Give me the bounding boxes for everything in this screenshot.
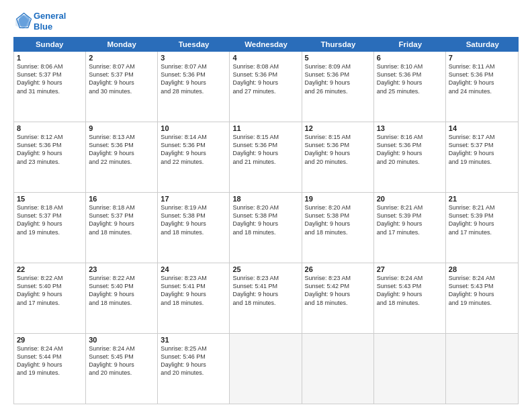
calendar-cell: 11Sunrise: 8:15 AMSunset: 5:36 PMDayligh… xyxy=(230,122,302,192)
sunrise-text: Sunrise: 8:07 AM xyxy=(161,62,226,71)
calendar-cell: 13Sunrise: 8:16 AMSunset: 5:36 PMDayligh… xyxy=(374,122,446,192)
calendar-cell: 21Sunrise: 8:21 AMSunset: 5:39 PMDayligh… xyxy=(446,193,518,263)
daylight-text2: and 31 minutes. xyxy=(17,87,83,95)
daylight-text: Daylight: 9 hours xyxy=(449,79,515,87)
daylight-text: Daylight: 9 hours xyxy=(305,220,371,228)
daylight-text: Daylight: 9 hours xyxy=(89,290,154,298)
sunrise-text: Sunrise: 8:24 AM xyxy=(89,345,154,353)
calendar-cell: 9Sunrise: 8:13 AMSunset: 5:36 PMDaylight… xyxy=(86,122,158,192)
sunset-text: Sunset: 5:36 PM xyxy=(17,141,83,149)
daylight-text: Daylight: 9 hours xyxy=(232,149,298,157)
daylight-text2: and 18 minutes. xyxy=(232,228,298,236)
daylight-text: Daylight: 9 hours xyxy=(232,220,298,228)
daylight-text2: and 19 minutes. xyxy=(17,369,83,377)
day-number: 21 xyxy=(449,195,515,203)
daylight-text2: and 20 minutes. xyxy=(305,158,371,166)
sunset-text: Sunset: 5:41 PM xyxy=(161,282,226,290)
day-number: 7 xyxy=(449,54,515,62)
sunrise-text: Sunrise: 8:16 AM xyxy=(377,133,443,141)
daylight-text: Daylight: 9 hours xyxy=(17,361,83,369)
calendar-week: 1Sunrise: 8:06 AMSunset: 5:37 PMDaylight… xyxy=(14,52,518,122)
daylight-text: Daylight: 9 hours xyxy=(305,290,371,298)
daylight-text2: and 18 minutes. xyxy=(377,299,443,307)
logo-text: General Blue xyxy=(34,11,66,32)
day-number: 28 xyxy=(449,265,515,273)
sunrise-text: Sunrise: 8:25 AM xyxy=(161,345,226,353)
sunrise-text: Sunrise: 8:13 AM xyxy=(89,133,154,141)
sunrise-text: Sunrise: 8:19 AM xyxy=(161,203,226,212)
calendar-body: 1Sunrise: 8:06 AMSunset: 5:37 PMDaylight… xyxy=(13,52,519,404)
daylight-text2: and 19 minutes. xyxy=(17,228,83,236)
weekday-header: Wednesday xyxy=(230,37,302,52)
daylight-text: Daylight: 9 hours xyxy=(449,290,515,298)
sunset-text: Sunset: 5:40 PM xyxy=(89,282,154,290)
day-number: 24 xyxy=(161,265,226,273)
daylight-text2: and 18 minutes. xyxy=(161,299,226,307)
calendar-cell xyxy=(446,334,518,404)
calendar-cell: 15Sunrise: 8:18 AMSunset: 5:37 PMDayligh… xyxy=(14,193,86,263)
daylight-text2: and 20 minutes. xyxy=(89,369,154,377)
sunrise-text: Sunrise: 8:08 AM xyxy=(232,62,298,71)
calendar-cell: 31Sunrise: 8:25 AMSunset: 5:46 PMDayligh… xyxy=(158,334,230,404)
daylight-text: Daylight: 9 hours xyxy=(161,220,226,228)
sunset-text: Sunset: 5:37 PM xyxy=(89,71,154,79)
day-number: 6 xyxy=(377,54,443,62)
sunset-text: Sunset: 5:36 PM xyxy=(305,141,371,149)
daylight-text: Daylight: 9 hours xyxy=(377,220,443,228)
calendar-week: 15Sunrise: 8:18 AMSunset: 5:37 PMDayligh… xyxy=(14,193,518,263)
daylight-text2: and 24 minutes. xyxy=(449,87,515,95)
daylight-text: Daylight: 9 hours xyxy=(89,220,154,228)
day-number: 18 xyxy=(232,195,298,203)
sunrise-text: Sunrise: 8:14 AM xyxy=(161,133,226,141)
calendar-week: 29Sunrise: 8:24 AMSunset: 5:44 PMDayligh… xyxy=(14,334,518,404)
calendar-cell: 6Sunrise: 8:10 AMSunset: 5:36 PMDaylight… xyxy=(374,52,446,122)
header: General Blue xyxy=(13,11,519,32)
day-number: 17 xyxy=(161,195,226,203)
calendar-cell: 1Sunrise: 8:06 AMSunset: 5:37 PMDaylight… xyxy=(14,52,86,122)
calendar: SundayMondayTuesdayWednesdayThursdayFrid… xyxy=(13,37,519,404)
sunrise-text: Sunrise: 8:23 AM xyxy=(161,274,226,282)
calendar-cell: 19Sunrise: 8:20 AMSunset: 5:38 PMDayligh… xyxy=(302,193,374,263)
calendar-cell: 29Sunrise: 8:24 AMSunset: 5:44 PMDayligh… xyxy=(14,334,86,404)
daylight-text2: and 23 minutes. xyxy=(17,158,83,166)
calendar-cell: 5Sunrise: 8:09 AMSunset: 5:36 PMDaylight… xyxy=(302,52,374,122)
daylight-text2: and 18 minutes. xyxy=(305,299,371,307)
daylight-text: Daylight: 9 hours xyxy=(89,149,154,157)
calendar-cell xyxy=(302,334,374,404)
sunset-text: Sunset: 5:37 PM xyxy=(17,71,83,79)
day-number: 4 xyxy=(232,54,298,62)
sunset-text: Sunset: 5:46 PM xyxy=(161,353,226,361)
day-number: 1 xyxy=(17,54,83,62)
daylight-text: Daylight: 9 hours xyxy=(17,149,83,157)
daylight-text2: and 19 minutes. xyxy=(449,299,515,307)
daylight-text: Daylight: 9 hours xyxy=(305,79,371,87)
sunset-text: Sunset: 5:37 PM xyxy=(17,212,83,220)
calendar-week: 22Sunrise: 8:22 AMSunset: 5:40 PMDayligh… xyxy=(14,263,518,334)
day-number: 25 xyxy=(232,265,298,273)
sunset-text: Sunset: 5:45 PM xyxy=(89,353,154,361)
day-number: 26 xyxy=(305,265,371,273)
calendar-cell: 24Sunrise: 8:23 AMSunset: 5:41 PMDayligh… xyxy=(158,263,230,333)
day-number: 27 xyxy=(377,265,443,273)
calendar-cell: 18Sunrise: 8:20 AMSunset: 5:38 PMDayligh… xyxy=(230,193,302,263)
day-number: 12 xyxy=(305,124,371,132)
daylight-text2: and 20 minutes. xyxy=(377,158,443,166)
calendar-cell: 14Sunrise: 8:17 AMSunset: 5:37 PMDayligh… xyxy=(446,122,518,192)
daylight-text2: and 18 minutes. xyxy=(232,299,298,307)
calendar-cell: 4Sunrise: 8:08 AMSunset: 5:36 PMDaylight… xyxy=(230,52,302,122)
calendar-cell: 23Sunrise: 8:22 AMSunset: 5:40 PMDayligh… xyxy=(86,263,158,333)
calendar-cell: 28Sunrise: 8:24 AMSunset: 5:43 PMDayligh… xyxy=(446,263,518,333)
sunrise-text: Sunrise: 8:11 AM xyxy=(449,62,515,71)
weekday-header: Tuesday xyxy=(158,37,230,52)
day-number: 23 xyxy=(89,265,154,273)
daylight-text2: and 30 minutes. xyxy=(89,87,154,95)
sunrise-text: Sunrise: 8:20 AM xyxy=(305,203,371,212)
calendar-week: 8Sunrise: 8:12 AMSunset: 5:36 PMDaylight… xyxy=(14,122,518,193)
calendar-cell: 10Sunrise: 8:14 AMSunset: 5:36 PMDayligh… xyxy=(158,122,230,192)
sunrise-text: Sunrise: 8:15 AM xyxy=(232,133,298,141)
day-number: 14 xyxy=(449,124,515,132)
day-number: 20 xyxy=(377,195,443,203)
sunrise-text: Sunrise: 8:20 AM xyxy=(232,203,298,212)
sunset-text: Sunset: 5:42 PM xyxy=(305,282,371,290)
daylight-text: Daylight: 9 hours xyxy=(17,220,83,228)
